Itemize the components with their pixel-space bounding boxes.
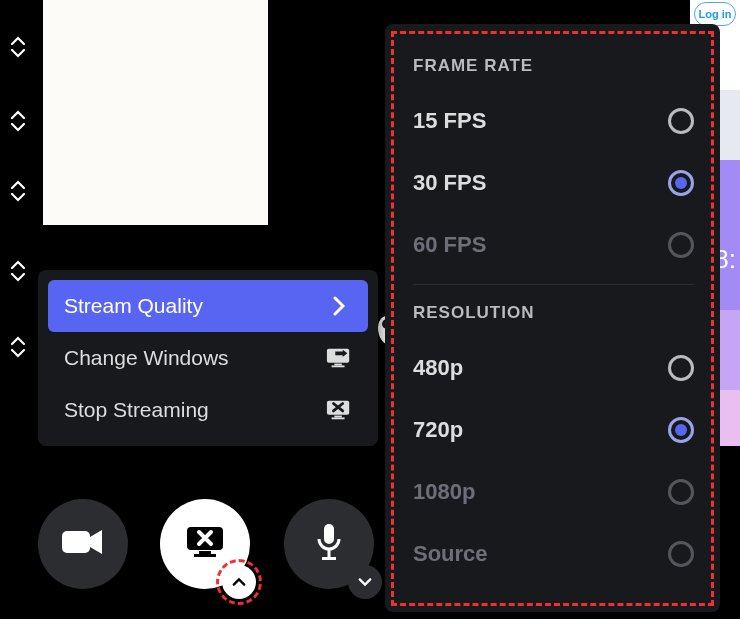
radio-icon — [668, 479, 694, 505]
menu-item-change-windows[interactable]: Change Windows — [48, 332, 368, 384]
monitor-x-icon — [326, 399, 352, 421]
frame-rate-heading: FRAME RATE — [413, 56, 694, 76]
svg-rect-3 — [332, 365, 345, 367]
menu-label: Stop Streaming — [64, 398, 209, 422]
svg-rect-9 — [199, 551, 211, 554]
mic-options-toggle[interactable] — [348, 565, 382, 599]
monitor-arrow-icon — [326, 347, 352, 369]
resolution-label: Source — [413, 541, 488, 567]
radio-icon — [668, 541, 694, 567]
svg-rect-7 — [62, 531, 90, 553]
resolution-label: 720p — [413, 417, 463, 443]
frame-rate-option[interactable]: 30 FPS — [413, 152, 694, 214]
scroll-chevron-group — [6, 36, 30, 58]
background-panel — [43, 0, 268, 225]
chevron-right-icon — [326, 295, 352, 317]
frame-rate-option[interactable]: 15 FPS — [413, 90, 694, 152]
svg-rect-13 — [322, 557, 336, 560]
svg-rect-12 — [328, 549, 331, 557]
stream-quality-panel: FRAME RATE 15 FPS30 FPS60 FPS RESOLUTION… — [385, 24, 720, 612]
menu-label: Change Windows — [64, 346, 229, 370]
resolution-label: 1080p — [413, 479, 475, 505]
svg-rect-6 — [332, 417, 345, 419]
camera-toggle-button[interactable] — [38, 499, 128, 589]
screen-share-x-icon — [184, 525, 226, 563]
menu-item-stop-streaming[interactable]: Stop Streaming — [48, 384, 368, 436]
resolution-option: Source — [413, 523, 694, 585]
svg-rect-1 — [327, 349, 349, 363]
divider — [413, 284, 694, 285]
svg-rect-11 — [324, 524, 334, 544]
resolution-option[interactable]: 720p — [413, 399, 694, 461]
menu-item-stream-quality[interactable]: Stream Quality — [48, 280, 368, 332]
microphone-icon — [315, 523, 343, 565]
login-button-peek: Log in — [694, 2, 736, 26]
frame-rate-label: 15 FPS — [413, 108, 486, 134]
scroll-chevron-group — [6, 180, 30, 202]
resolution-label: 480p — [413, 355, 463, 381]
screen-share-options-toggle[interactable] — [222, 565, 256, 599]
stream-menu: Stream Quality Change Windows Stop Strea… — [38, 270, 378, 446]
scroll-chevron-group — [6, 336, 30, 358]
menu-label: Stream Quality — [64, 294, 203, 318]
radio-icon — [668, 232, 694, 258]
frame-rate-label: 30 FPS — [413, 170, 486, 196]
radio-icon — [668, 355, 694, 381]
login-label: Log in — [699, 8, 732, 20]
svg-rect-10 — [194, 554, 216, 557]
resolution-option: 1080p — [413, 461, 694, 523]
radio-icon — [668, 170, 694, 196]
frame-rate-option: 60 FPS — [413, 214, 694, 276]
frame-rate-label: 60 FPS — [413, 232, 486, 258]
resolution-heading: RESOLUTION — [413, 303, 694, 323]
scroll-chevron-group — [6, 110, 30, 132]
resolution-option[interactable]: 480p — [413, 337, 694, 399]
svg-rect-2 — [334, 364, 341, 366]
scroll-chevron-group — [6, 260, 30, 282]
radio-icon — [668, 108, 694, 134]
camera-icon — [62, 525, 104, 563]
radio-icon — [668, 417, 694, 443]
svg-rect-5 — [334, 416, 341, 418]
